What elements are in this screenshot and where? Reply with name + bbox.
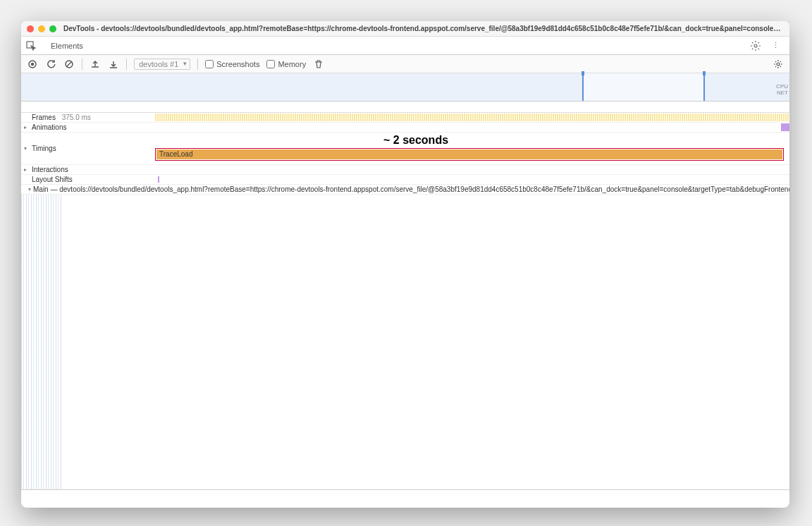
annotation-text: ~ 2 seconds: [383, 134, 448, 147]
frames-row: Frames 375.0 ms: [21, 113, 789, 123]
layout-shifts-row[interactable]: Layout Shifts: [21, 175, 789, 185]
perf-settings-icon[interactable]: [773, 59, 784, 70]
profile-select[interactable]: devtools #1: [134, 59, 190, 70]
upload-button[interactable]: [90, 59, 101, 70]
memory-checkbox[interactable]: Memory: [266, 60, 306, 68]
interactions-row[interactable]: ▸Interactions: [21, 165, 789, 175]
download-button[interactable]: [108, 59, 119, 70]
traceload-marker[interactable]: TraceLoad: [155, 148, 784, 161]
main-thread-row[interactable]: ▾Main — devtools://devtools/bundled/devt…: [21, 185, 789, 195]
svg-point-1: [754, 44, 757, 47]
inspect-icon[interactable]: [25, 40, 37, 51]
clear-button[interactable]: [63, 59, 75, 70]
reload-button[interactable]: [45, 59, 56, 70]
bottom-tabs: [21, 489, 789, 508]
panel-tabs: Elements ⋮: [21, 37, 789, 55]
overview-ruler[interactable]: CPUNET: [21, 73, 789, 102]
titlebar: DevTools - devtools://devtools/bundled/d…: [21, 21, 789, 37]
svg-point-3: [31, 62, 34, 65]
more-icon[interactable]: ⋮: [770, 40, 781, 51]
close-icon[interactable]: [27, 25, 34, 32]
net-label: NET: [776, 90, 788, 96]
svg-point-5: [777, 63, 780, 66]
overview-selection[interactable]: [582, 73, 705, 101]
tab-elements[interactable]: Elements: [44, 37, 90, 54]
record-button[interactable]: [27, 59, 38, 70]
timings-row[interactable]: ▾Timings ~ 2 seconds TraceLoad: [21, 133, 789, 165]
settings-icon[interactable]: [750, 40, 761, 51]
maximize-icon[interactable]: [49, 25, 56, 32]
window-title: DevTools - devtools://devtools/bundled/d…: [63, 25, 784, 32]
tracks: Frames 375.0 ms ▸Animations ▾Timings ~ 2…: [21, 113, 789, 195]
minimize-icon[interactable]: [38, 25, 45, 32]
detail-ruler: [21, 102, 789, 113]
traffic-lights: [27, 25, 56, 32]
screenshots-checkbox[interactable]: Screenshots: [205, 60, 259, 68]
trash-button[interactable]: [313, 59, 324, 70]
flame-chart[interactable]: [21, 195, 789, 489]
devtools-window: DevTools - devtools://devtools/bundled/d…: [21, 21, 789, 508]
cpu-label: CPU: [776, 83, 788, 90]
animations-row[interactable]: ▸Animations: [21, 123, 789, 133]
perf-toolbar: devtools #1 Screenshots Memory: [21, 55, 789, 73]
